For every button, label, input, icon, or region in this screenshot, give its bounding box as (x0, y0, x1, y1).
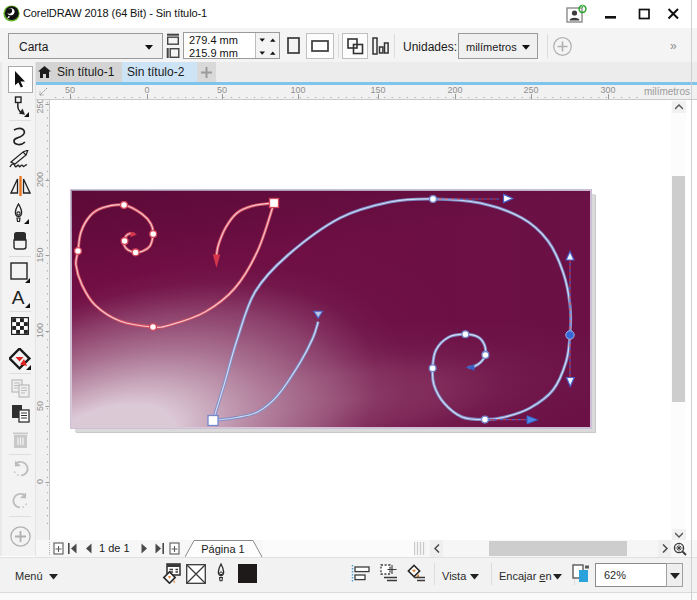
svg-text:A: A (12, 288, 25, 308)
svg-text:50: 50 (36, 401, 45, 411)
svg-text:0: 0 (36, 479, 45, 484)
svg-text:250: 250 (523, 85, 538, 95)
svg-text:50: 50 (217, 85, 227, 95)
svg-text:milímetros: milímetros (644, 86, 690, 97)
svg-text:250: 250 (36, 100, 45, 114)
svg-text:Página 1: Página 1 (201, 543, 244, 555)
svg-text:200: 200 (36, 172, 45, 187)
svg-text:100: 100 (36, 323, 45, 338)
svg-text:100: 100 (290, 85, 305, 95)
svg-text:200: 200 (447, 85, 462, 95)
svg-text:0: 0 (144, 85, 149, 95)
svg-text:300: 300 (600, 85, 615, 95)
svg-text:50: 50 (65, 85, 75, 95)
svg-text:150: 150 (370, 85, 385, 95)
svg-text:150: 150 (36, 247, 45, 262)
